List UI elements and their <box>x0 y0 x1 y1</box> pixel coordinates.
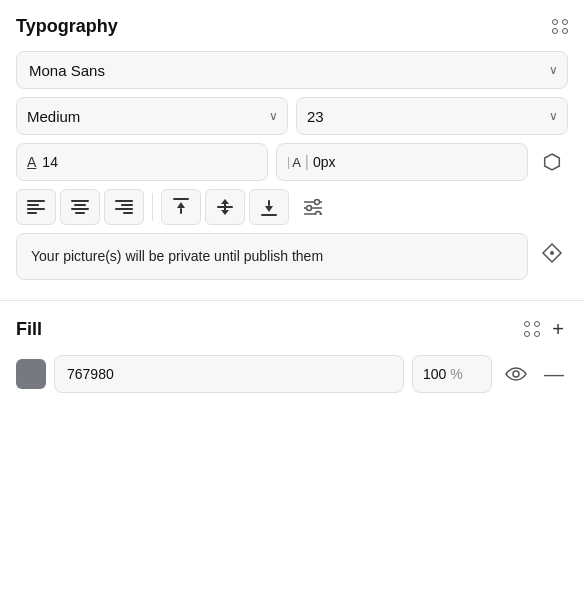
svg-rect-19 <box>224 208 226 210</box>
svg-rect-4 <box>71 200 89 202</box>
svg-point-29 <box>550 251 554 255</box>
color-hex-value: 767980 <box>67 366 391 382</box>
opacity-value: 100 <box>423 366 446 382</box>
svg-rect-10 <box>115 208 133 210</box>
svg-rect-9 <box>121 204 133 206</box>
typography-section: Typography Mona Sans ∨ Medium ∨ <box>0 0 584 300</box>
svg-rect-15 <box>217 206 233 208</box>
add-fill-button[interactable]: + <box>548 317 568 341</box>
color-swatch[interactable] <box>16 359 46 389</box>
opacity-unit: % <box>450 366 462 382</box>
spacing-row: A | A | <box>16 143 568 181</box>
line-height-field[interactable]: | A | <box>276 143 528 181</box>
svg-rect-8 <box>115 200 133 202</box>
svg-rect-7 <box>75 212 85 214</box>
font-size-wrapper: 23 ∨ <box>296 97 568 135</box>
svg-rect-3 <box>27 212 37 214</box>
align-right-button[interactable] <box>104 189 144 225</box>
line-height-input[interactable] <box>313 154 517 170</box>
font-weight-size-row: Medium ∨ 23 ∨ <box>16 97 568 135</box>
text-preview[interactable]: Your picture(s) will be private until pu… <box>16 233 528 280</box>
diamond-options-icon[interactable] <box>536 237 568 269</box>
valign-bottom-button[interactable] <box>249 189 289 225</box>
svg-rect-20 <box>261 214 277 216</box>
remove-fill-button[interactable]: — <box>540 362 568 386</box>
svg-rect-0 <box>27 200 45 202</box>
font-family-row: Mona Sans ∨ <box>16 51 568 89</box>
font-size-col: 23 ∨ <box>296 97 568 135</box>
fill-more-options-icon[interactable] <box>524 321 540 337</box>
svg-rect-12 <box>173 198 189 200</box>
fill-title: Fill <box>16 319 42 340</box>
svg-point-30 <box>513 371 519 377</box>
svg-marker-21 <box>265 206 273 212</box>
letter-spacing-field[interactable]: A <box>16 143 268 181</box>
valign-top-button[interactable] <box>161 189 201 225</box>
sliders-icon[interactable] <box>297 191 329 223</box>
svg-point-28 <box>316 212 321 216</box>
svg-rect-11 <box>123 212 133 214</box>
svg-marker-16 <box>221 199 229 204</box>
svg-rect-14 <box>180 208 182 214</box>
fill-section: Fill + 767980 100 % — <box>0 301 584 413</box>
font-family-wrapper: Mona Sans ∨ <box>16 51 568 89</box>
svg-marker-18 <box>221 210 229 215</box>
hex-options-icon[interactable] <box>536 146 568 178</box>
svg-point-24 <box>315 200 320 205</box>
more-options-icon[interactable] <box>552 19 568 35</box>
font-family-select[interactable]: Mona Sans <box>16 51 568 89</box>
svg-rect-2 <box>27 208 45 210</box>
alignment-divider <box>152 193 153 221</box>
visibility-toggle-icon[interactable] <box>500 358 532 390</box>
valign-middle-button[interactable] <box>205 189 245 225</box>
typography-title: Typography <box>16 16 118 37</box>
font-weight-wrapper: Medium ∨ <box>16 97 288 135</box>
alignment-row <box>16 189 568 225</box>
align-center-button[interactable] <box>60 189 100 225</box>
typography-header-actions <box>552 19 568 35</box>
fill-header: Fill + <box>16 317 568 341</box>
font-size-select[interactable]: 23 <box>296 97 568 135</box>
letter-spacing-icon: A <box>27 154 36 170</box>
svg-rect-1 <box>27 204 39 206</box>
line-height-sep-icon: | <box>305 153 309 171</box>
svg-point-26 <box>307 206 312 211</box>
preview-row: Your picture(s) will be private until pu… <box>16 233 568 280</box>
opacity-field[interactable]: 100 % <box>412 355 492 393</box>
svg-marker-13 <box>177 202 185 208</box>
letter-spacing-input[interactable] <box>42 154 257 170</box>
fill-row: 767980 100 % — <box>16 355 568 393</box>
typography-header: Typography <box>16 16 568 37</box>
line-height-icon: | <box>287 155 290 169</box>
line-height-a-icon: A <box>292 155 301 170</box>
font-weight-select[interactable]: Medium <box>16 97 288 135</box>
color-hex-field[interactable]: 767980 <box>54 355 404 393</box>
svg-rect-5 <box>74 204 86 206</box>
svg-rect-17 <box>224 204 226 206</box>
align-left-button[interactable] <box>16 189 56 225</box>
font-weight-col: Medium ∨ <box>16 97 288 135</box>
svg-rect-6 <box>71 208 89 210</box>
svg-rect-22 <box>268 200 270 206</box>
fill-header-actions: + <box>524 317 568 341</box>
